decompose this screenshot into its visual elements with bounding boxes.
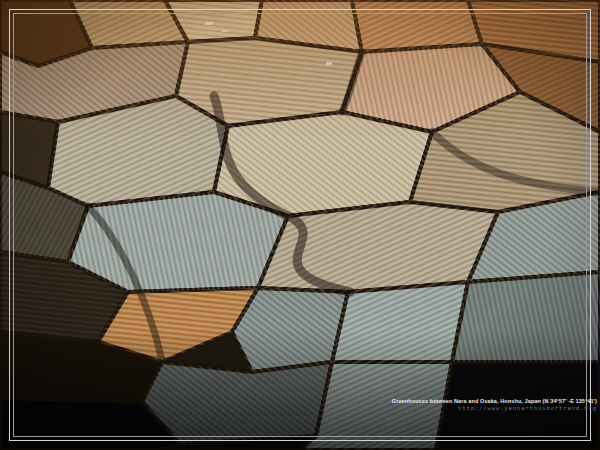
wallpaper: Greenhouses between Nara and Osaka, Hons… [0, 0, 600, 450]
vignette-overlay [0, 0, 600, 450]
aerial-photo [0, 0, 600, 450]
